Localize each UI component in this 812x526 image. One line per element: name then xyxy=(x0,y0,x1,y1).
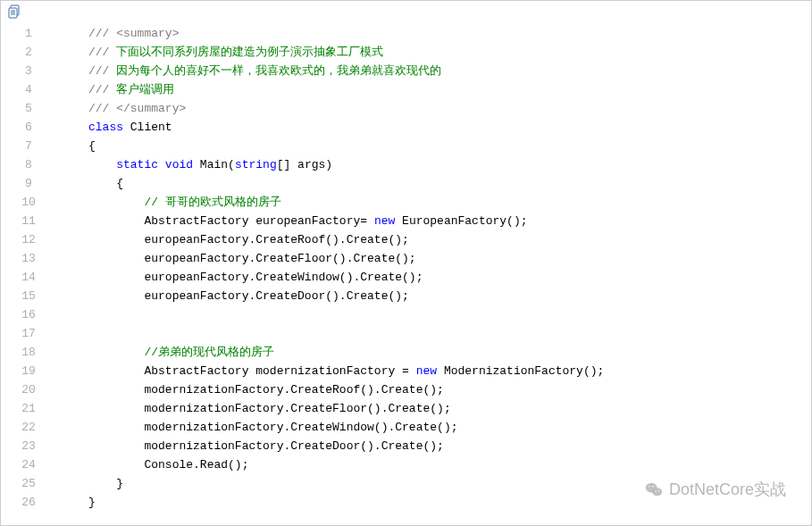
token-summary: /// xyxy=(88,27,116,40)
code-line: europeanFactory.CreateRoof().Create(); xyxy=(88,230,811,249)
code-line: /// </summary> xyxy=(88,99,811,118)
token-plain: Console.Read(); xyxy=(144,458,248,472)
token-plain: europeanFactory.CreateFloor().Create(); xyxy=(144,252,415,265)
code-line: // 哥哥的欧式风格的房子 xyxy=(88,193,811,212)
code-line: } xyxy=(88,474,811,493)
line-number: 14 xyxy=(1,268,56,287)
line-number: 18 xyxy=(1,343,56,362)
token-keyword: class xyxy=(88,121,123,134)
token-summary: /// xyxy=(88,64,116,78)
line-number: 1 xyxy=(1,24,56,43)
token-comment: 客户端调用 xyxy=(116,83,174,96)
token-summary: /// xyxy=(88,102,116,115)
code-line: } xyxy=(88,493,811,512)
code-line: /// 客户端调用 xyxy=(88,80,811,99)
line-number: 22 xyxy=(1,418,56,437)
token-summary: <summary> xyxy=(116,27,179,40)
line-number: 23 xyxy=(1,437,56,455)
code-line: //弟弟的现代风格的房子 xyxy=(88,343,811,362)
token-plain: } xyxy=(88,496,96,509)
token-plain: Main( xyxy=(193,158,235,171)
token-summary: </summary> xyxy=(116,102,186,115)
line-number: 12 xyxy=(1,230,56,249)
token-plain xyxy=(158,158,165,171)
line-number: 5 xyxy=(1,99,56,118)
code-line: europeanFactory.CreateFloor().Create(); xyxy=(88,249,811,268)
line-number: 2 xyxy=(1,43,56,62)
code-line: /// <summary> xyxy=(88,24,811,43)
token-plain: } xyxy=(116,477,123,490)
code-line: modernizationFactory.CreateRoof().Create… xyxy=(88,380,811,399)
code-line: AbstractFactory modernizationFactory = n… xyxy=(88,362,811,380)
token-comment: 因为每个人的喜好不一样，我喜欢欧式的，我弟弟就喜欢现代的 xyxy=(116,64,441,78)
code-body: 1234567891011121314151617181920212223242… xyxy=(1,6,811,512)
code-line: modernizationFactory.CreateFloor().Creat… xyxy=(88,399,811,418)
line-number: 16 xyxy=(1,305,56,324)
token-keyword: void xyxy=(165,158,193,171)
token-plain: { xyxy=(88,139,96,153)
token-summary: /// xyxy=(88,46,116,59)
line-number: 11 xyxy=(1,212,56,230)
code-line: Console.Read(); xyxy=(88,455,811,474)
line-number: 25 xyxy=(1,474,56,493)
line-number: 26 xyxy=(1,493,56,512)
token-keyword: new xyxy=(374,214,395,228)
code-line: AbstractFactory europeanFactory= new Eur… xyxy=(88,212,811,230)
token-plain: ModernizationFactory(); xyxy=(437,364,604,378)
code-line xyxy=(88,324,811,343)
line-number: 3 xyxy=(1,62,56,80)
code-line: { xyxy=(88,174,811,193)
token-plain: AbstractFactory europeanFactory= xyxy=(144,214,373,228)
code-line: class Client xyxy=(88,118,811,137)
line-number: 6 xyxy=(1,118,56,137)
code-line: europeanFactory.CreateWindow().Create(); xyxy=(88,268,811,287)
code-snippet-container: 1234567891011121314151617181920212223242… xyxy=(0,0,812,526)
code-content: /// <summary>/// 下面以不同系列房屋的建造为例子演示抽象工厂模式… xyxy=(56,24,811,512)
copy-icon[interactable] xyxy=(8,4,22,19)
line-number-gutter: 1234567891011121314151617181920212223242… xyxy=(1,24,56,512)
token-plain: europeanFactory.CreateDoor().Create(); xyxy=(144,289,408,303)
token-plain: EuropeanFactory(); xyxy=(395,214,527,228)
token-keyword: new xyxy=(416,364,437,378)
code-line: /// 下面以不同系列房屋的建造为例子演示抽象工厂模式 xyxy=(88,43,811,62)
token-plain: europeanFactory.CreateWindow().Create(); xyxy=(144,271,423,284)
line-number: 4 xyxy=(1,80,56,99)
token-plain: { xyxy=(116,177,123,190)
line-number: 20 xyxy=(1,380,56,399)
line-number: 21 xyxy=(1,399,56,418)
line-number: 13 xyxy=(1,249,56,268)
code-line xyxy=(88,305,811,324)
line-number: 24 xyxy=(1,455,56,474)
line-number: 7 xyxy=(1,137,56,155)
line-number: 10 xyxy=(1,193,56,212)
token-keyword: string xyxy=(235,158,277,171)
code-line: europeanFactory.CreateDoor().Create(); xyxy=(88,287,811,305)
token-plain: europeanFactory.CreateRoof().Create(); xyxy=(144,233,408,246)
token-comment: // 哥哥的欧式风格的房子 xyxy=(144,196,280,209)
token-plain: [] args) xyxy=(277,158,332,171)
line-number: 8 xyxy=(1,155,56,174)
toolbar xyxy=(8,4,22,22)
token-plain: modernizationFactory.CreateRoof().Create… xyxy=(144,383,443,397)
token-plain: modernizationFactory.CreateFloor().Creat… xyxy=(144,402,450,415)
code-line: static void Main(string[] args) xyxy=(88,155,811,174)
line-number: 15 xyxy=(1,287,56,305)
token-plain: modernizationFactory.CreateDoor().Create… xyxy=(144,439,443,453)
token-summary: /// xyxy=(88,83,116,96)
code-line: { xyxy=(88,137,811,155)
line-number: 19 xyxy=(1,362,56,380)
code-line: /// 因为每个人的喜好不一样，我喜欢欧式的，我弟弟就喜欢现代的 xyxy=(88,62,811,80)
token-comment: //弟弟的现代风格的房子 xyxy=(144,346,274,359)
token-plain: AbstractFactory modernizationFactory = xyxy=(144,364,415,378)
token-plain: modernizationFactory.CreateWindow().Crea… xyxy=(144,421,457,434)
line-number: 17 xyxy=(1,324,56,343)
token-plain: Client xyxy=(123,121,172,134)
line-number: 9 xyxy=(1,174,56,193)
token-comment: 下面以不同系列房屋的建造为例子演示抽象工厂模式 xyxy=(116,46,383,59)
code-line: modernizationFactory.CreateDoor().Create… xyxy=(88,437,811,455)
code-line: modernizationFactory.CreateWindow().Crea… xyxy=(88,418,811,437)
token-keyword: static xyxy=(116,158,158,171)
